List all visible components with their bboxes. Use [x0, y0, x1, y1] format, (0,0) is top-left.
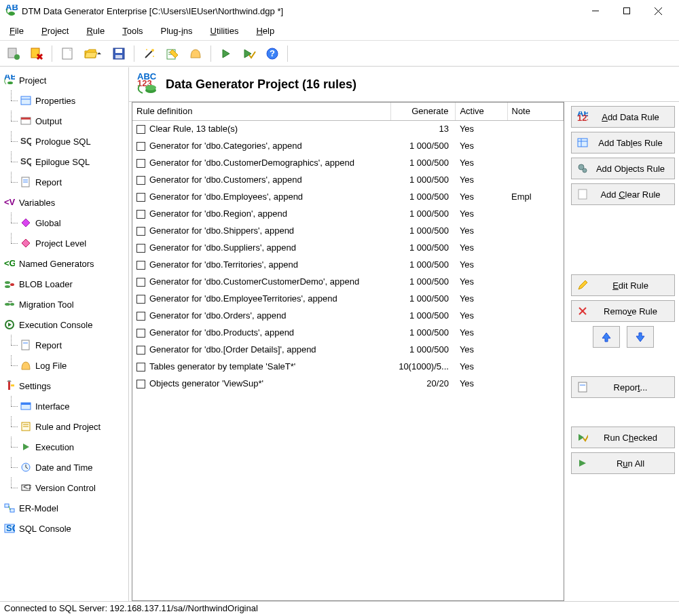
row-checkbox[interactable]	[136, 210, 145, 219]
row-checkbox[interactable]	[136, 125, 145, 134]
table-row[interactable]: Clear Rule, 13 table(s)13Yes	[132, 120, 564, 137]
tree-sqlconsole[interactable]: SQLSQL Console	[1, 518, 127, 539]
tool-log-icon[interactable]	[185, 43, 206, 65]
rule-text: Generator for 'dbo.Employees', append	[149, 192, 303, 202]
add-tables-rule-button[interactable]: Add Tables Rule	[571, 132, 675, 153]
add-data-rule-button[interactable]: ABC123Add Data Rule	[571, 106, 675, 128]
tree-variables[interactable]: <V>Variables	[1, 192, 127, 213]
row-checkbox[interactable]	[136, 346, 145, 355]
tree-ermodel[interactable]: ER-Model	[1, 498, 127, 518]
tool-run-icon[interactable]	[215, 43, 237, 65]
tool-connect-icon[interactable]	[3, 43, 24, 65]
row-checkbox[interactable]	[136, 159, 145, 168]
table-row[interactable]: Generator for 'dbo.[Order Details]', app…	[132, 341, 564, 358]
row-checkbox[interactable]	[136, 227, 145, 236]
row-checkbox[interactable]	[136, 278, 145, 287]
minimize-button[interactable]	[580, 1, 611, 21]
menu-tools[interactable]: Tools	[118, 23, 147, 39]
add-objects-rule-button[interactable]: Add Objects Rule	[571, 158, 675, 179]
table-row[interactable]: Generator for 'dbo.CustomerDemographics'…	[132, 154, 564, 171]
table-row[interactable]: Generator for 'dbo.Products', append1 00…	[132, 324, 564, 341]
row-checkbox[interactable]	[136, 295, 145, 304]
close-button[interactable]	[642, 1, 674, 21]
tree-ruleproject[interactable]: Rule and Project	[1, 416, 127, 437]
add-clear-rule-button[interactable]: Add Clear Rule	[571, 183, 675, 205]
row-checkbox[interactable]	[136, 329, 145, 338]
col-generate[interactable]: Generate	[391, 103, 456, 120]
tree-namedgen[interactable]: <G>Named Generators	[1, 253, 127, 274]
tool-edit-icon[interactable]	[162, 43, 183, 65]
table-row[interactable]: Generator for 'dbo.Orders', append1 000/…	[132, 307, 564, 324]
menu-plugins[interactable]: Plug-ins	[157, 23, 197, 39]
rule-grid[interactable]: Rule definition Generate Active Note Cle…	[132, 102, 564, 601]
row-checkbox[interactable]	[136, 380, 145, 388]
table-row[interactable]: Generator for 'dbo.Customers', append1 0…	[132, 171, 564, 188]
svg-point-40	[5, 303, 10, 306]
report-button[interactable]: Report...	[571, 376, 675, 398]
run-checked-button[interactable]: Run Checked	[571, 427, 675, 448]
menu-utilities[interactable]: Utilities	[206, 23, 243, 39]
row-checkbox[interactable]	[136, 142, 145, 151]
tree-prologue[interactable]: SQLPrologue SQL	[1, 131, 127, 151]
tree-project[interactable]: ABCProject	[1, 70, 127, 90]
table-row[interactable]: Generator for 'dbo.Categories', append1 …	[132, 137, 564, 154]
row-checkbox[interactable]	[136, 261, 145, 270]
table-row[interactable]: Generator for 'dbo.Shippers', append1 00…	[132, 222, 564, 239]
tree-migration[interactable]: Migration Tool	[1, 294, 127, 314]
move-down-button[interactable]	[627, 326, 654, 348]
table-row[interactable]: Objects generator 'ViewSup*'20/20Yes	[132, 375, 564, 392]
row-checkbox[interactable]	[136, 193, 145, 202]
tree-properties[interactable]: Properties	[1, 90, 127, 111]
row-checkbox[interactable]	[136, 312, 145, 321]
table-row[interactable]: Generator for 'dbo.Suppliers', append1 0…	[132, 239, 564, 256]
tree-datetime[interactable]: Date and Time	[1, 457, 127, 477]
tool-run-checked-icon[interactable]	[238, 43, 260, 65]
svg-point-37	[5, 281, 10, 284]
menu-project[interactable]: Project	[37, 23, 73, 39]
tree-global[interactable]: Global	[1, 213, 127, 233]
table-row[interactable]: Generator for 'dbo.Employees', append1 0…	[132, 188, 564, 205]
edit-rule-button[interactable]: Edit Rule	[571, 274, 675, 296]
maximize-button[interactable]	[611, 1, 642, 21]
remove-rule-button[interactable]: Remove Rule	[571, 300, 675, 322]
tree-execution[interactable]: Execution	[1, 437, 127, 457]
tree-logfile[interactable]: Log File	[1, 355, 127, 376]
tree-report2[interactable]: Report	[1, 335, 127, 355]
menu-file[interactable]: File	[5, 23, 28, 39]
table-row[interactable]: Generator for 'dbo.Region', append1 000/…	[132, 205, 564, 222]
tool-help-icon[interactable]: ?	[261, 43, 283, 65]
svg-rect-26	[21, 96, 31, 105]
move-up-button[interactable]	[593, 326, 620, 348]
tree-blob[interactable]: BLOB Loader	[1, 274, 127, 294]
tree-epilogue[interactable]: SQLEpilogue SQL	[1, 151, 127, 172]
tree-settings[interactable]: Settings	[1, 376, 127, 396]
row-checkbox[interactable]	[136, 176, 145, 185]
col-rule[interactable]: Rule definition	[132, 103, 391, 120]
tool-disconnect-icon[interactable]	[26, 43, 48, 65]
execution-icon	[20, 441, 31, 452]
titlebar: ABC DTM Data Generator Enterprise [C:\Us…	[0, 0, 679, 22]
table-row[interactable]: Generator for 'dbo.EmployeeTerritories',…	[132, 290, 564, 307]
table-row[interactable]: Generator for 'dbo.Territories', append1…	[132, 256, 564, 273]
tool-wizard-icon[interactable]	[139, 43, 160, 65]
tree-version[interactable]: <>Version Control	[1, 477, 127, 498]
tool-save-icon[interactable]	[108, 43, 130, 65]
tree-interface[interactable]: Interface	[1, 396, 127, 416]
tree-projectlevel[interactable]: Project Level	[1, 233, 127, 253]
col-active[interactable]: Active	[456, 103, 507, 120]
tree-exec[interactable]: Execution Console	[1, 314, 127, 335]
table-row[interactable]: Generator for 'dbo.CustomerCustomerDemo'…	[132, 273, 564, 290]
run-all-button[interactable]: Run All	[571, 452, 675, 474]
tree-report[interactable]: Report	[1, 172, 127, 192]
tool-new-icon[interactable]	[56, 43, 78, 65]
menu-help[interactable]: Help	[252, 23, 278, 39]
row-checkbox[interactable]	[136, 363, 145, 372]
tool-open-icon[interactable]	[79, 43, 107, 65]
data-rule-icon: ABC123	[577, 111, 588, 122]
tree-output[interactable]: Output	[1, 111, 127, 131]
table-row[interactable]: Tables generator by template 'SaleT*'10(…	[132, 358, 564, 375]
active-cell: Yes	[456, 256, 507, 273]
menu-rule[interactable]: Rule	[82, 23, 109, 39]
col-note[interactable]: Note	[507, 103, 564, 120]
row-checkbox[interactable]	[136, 244, 145, 253]
